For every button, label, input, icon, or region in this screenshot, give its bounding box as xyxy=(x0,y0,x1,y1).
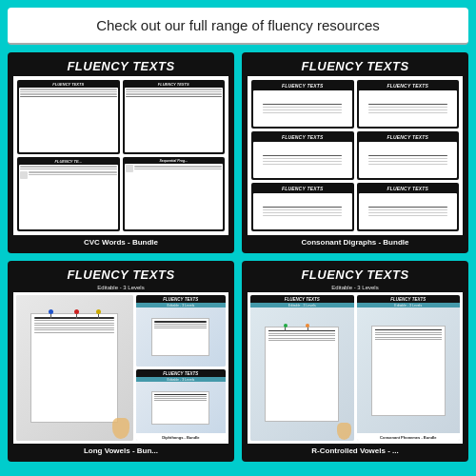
pin-orange xyxy=(306,324,309,331)
long-vowels-footer: Long Vowels - Bun... xyxy=(13,444,228,456)
digraph-item-4: FLUENCY TEXTS xyxy=(357,131,460,180)
r-controlled-photo-1: FLUENCY TEXTS Editable - 3 Levels xyxy=(250,295,354,441)
long-vowels-main-photo xyxy=(16,295,133,441)
digraph-item-6: FLUENCY TEXTS xyxy=(357,183,460,231)
digraphs-items-grid: FLUENCY TEXTS FLUENCY TEXTS FLUENCY TEXT… xyxy=(251,80,459,231)
digraphs-card-footer: Consonant Digraphs - Bundle xyxy=(248,235,463,248)
digraphs-card-inner: FLUENCY TEXTS FLUENCY TEXTS FLUENCY TEXT… xyxy=(248,76,463,235)
hand-illustration xyxy=(112,418,129,439)
cvc-item-4: Sequential Prog... xyxy=(123,157,226,231)
r-controlled-card[interactable]: FLUENCY TEXTS Editable - 3 Levels FLUENC… xyxy=(242,261,468,462)
long-vowels-side-card-2: FLUENCY TEXTS Editable - 3 Levels xyxy=(136,369,226,441)
long-vowels-photo-area xyxy=(16,295,133,441)
pin-yellow xyxy=(96,309,101,319)
cvc-card-inner: FLUENCY TEXTS FLUENCY TEXTS xyxy=(13,76,228,235)
page-container: Check out our full range of fluency reso… xyxy=(0,8,476,469)
digraph-item-3: FLUENCY TEXTS xyxy=(251,131,354,180)
r-controlled-subtitle: Editable - 3 Levels xyxy=(248,285,463,292)
long-vowels-title: FLUENCY TEXTS xyxy=(13,267,228,285)
r-controlled-footer: R-Controlled Vowels - ... xyxy=(248,444,463,456)
cvc-item-3: FLUENCY TE... xyxy=(17,157,120,231)
cvc-item-1: FLUENCY TEXTS xyxy=(17,80,120,154)
digraphs-bundle-card[interactable]: FLUENCY TEXTS FLUENCY TEXTS FLUENCY TEXT… xyxy=(242,52,468,253)
long-vowels-inner: FLUENCY TEXTS Editable - 3 Levels xyxy=(13,292,228,444)
long-vowels-card[interactable]: FLUENCY TEXTS Editable - 3 Levels xyxy=(8,261,234,462)
cvc-card-title: FLUENCY TEXTS xyxy=(13,58,228,76)
digraph-item-2: FLUENCY TEXTS xyxy=(357,80,460,129)
pin-green xyxy=(284,324,288,331)
cvc-items-grid: FLUENCY TEXTS FLUENCY TEXTS xyxy=(17,80,225,231)
r-controlled-photo-2: FLUENCY TEXTS Editable - 3 Levels xyxy=(357,295,461,441)
r-controlled-inner: FLUENCY TEXTS Editable - 3 Levels xyxy=(248,292,463,444)
cvc-bundle-card[interactable]: FLUENCY TEXTS FLUENCY TEXTS FLUENCY TEXT… xyxy=(8,52,234,253)
pin-red xyxy=(74,309,79,319)
product-grid: FLUENCY TEXTS FLUENCY TEXTS FLUENCY TEXT… xyxy=(0,52,476,469)
long-vowels-subtitle: Editable - 3 Levels xyxy=(13,285,228,292)
long-vowels-side-cards: FLUENCY TEXTS Editable - 3 Levels xyxy=(136,295,226,441)
banner-text: Check out our full range of fluency reso… xyxy=(96,17,380,33)
cvc-item-2: FLUENCY TEXTS xyxy=(123,80,226,154)
cvc-card-footer: CVC Words - Bundle xyxy=(13,235,228,248)
digraph-item-1: FLUENCY TEXTS xyxy=(251,80,354,129)
pin-blue xyxy=(49,309,53,319)
long-vowels-side-card-1: FLUENCY TEXTS Editable - 3 Levels xyxy=(136,295,226,367)
r-controlled-title: FLUENCY TEXTS xyxy=(248,267,463,285)
top-banner: Check out our full range of fluency reso… xyxy=(8,8,468,45)
digraphs-card-title: FLUENCY TEXTS xyxy=(248,58,463,76)
digraph-item-5: FLUENCY TEXTS xyxy=(251,183,354,231)
